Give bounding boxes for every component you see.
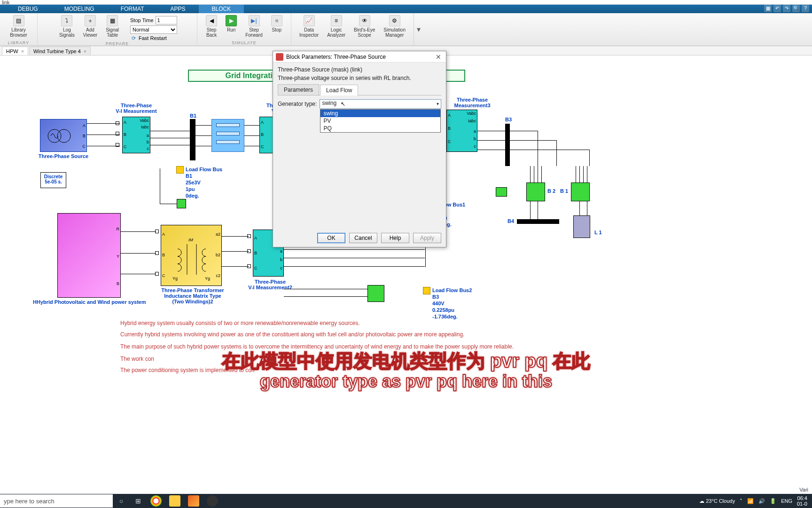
block-b1r[interactable] <box>571 183 590 201</box>
xfmr-block[interactable]: A B C a2 b2 c2 IM Yg Yg <box>161 225 222 286</box>
sim-manager-button[interactable]: ⚙ Simulation Manager <box>382 14 407 39</box>
vi-meas3-label: Three-Phase Measurement3 <box>444 97 500 108</box>
windows-taskbar[interactable]: ype here to search ○ ⊞ ☁ 23°C Cloudy ˄ 📶… <box>0 494 812 508</box>
dialog-mask-desc: Three-phase voltage source in series wit… <box>278 75 441 81</box>
lfb1-anno: Load Flow Bus B1 25e3V 1pu 0deg. <box>186 166 222 199</box>
language-indicator[interactable]: ENG <box>781 498 792 504</box>
opt-swing[interactable]: swing <box>320 110 440 117</box>
step-back-icon: ◀ <box>206 15 217 26</box>
step-back-button[interactable]: ◀ Step Back <box>204 14 219 39</box>
obs-icon[interactable] <box>203 494 222 508</box>
bus-b1[interactable] <box>190 119 195 160</box>
wire <box>87 146 120 146</box>
scope-block[interactable] <box>367 285 384 302</box>
ribbon-icon-1[interactable]: ▦ <box>764 5 772 12</box>
ribbon-icon-help[interactable]: ? <box>802 5 809 12</box>
explorer-icon[interactable] <box>165 494 184 508</box>
ribbon-icon-undo[interactable]: ↶ <box>773 5 781 12</box>
bus-b3[interactable] <box>505 124 510 166</box>
gen-type-select[interactable]: swing ▾ ↖ swing PV PQ <box>320 99 441 109</box>
tab-format[interactable]: FORMAT <box>108 5 157 13</box>
clock[interactable]: 06:401-0 <box>797 495 807 507</box>
bus-b4[interactable] <box>517 219 559 224</box>
dialog-title-text: Block Parameters: Three-Phase Source <box>286 54 386 60</box>
tab-debug[interactable]: DEBUG <box>5 5 51 13</box>
birds-eye-button[interactable]: 👁 Bird's-Eye Scope <box>352 14 377 39</box>
hybrid-block[interactable]: R Y B <box>57 213 121 298</box>
taskbar-search[interactable]: ype here to search <box>0 494 113 508</box>
matlab-icon[interactable] <box>184 494 203 508</box>
close-tab-icon[interactable]: × <box>84 48 86 54</box>
cortana-icon[interactable]: ○ <box>113 494 130 508</box>
load-l1-block[interactable] <box>573 215 590 238</box>
run-button[interactable]: ▶ Run <box>224 14 239 33</box>
desc-line-2: Currently hybrid systems involving wind … <box>120 331 464 338</box>
taskview-icon[interactable]: ⊞ <box>130 494 147 508</box>
log-signals-button[interactable]: ⤵ Log Signals <box>57 14 77 39</box>
desc-line-1: Hybrid energy system usually consists of… <box>120 320 360 326</box>
ok-button[interactable]: OK <box>317 233 345 243</box>
weather-widget[interactable]: ☁ 23°C Cloudy <box>699 498 735 504</box>
rl-block[interactable] <box>211 119 244 152</box>
three-phase-source-block[interactable]: A B C <box>40 119 87 152</box>
wire <box>150 131 190 131</box>
gen-type-dropdown[interactable]: swing PV PQ <box>320 109 441 133</box>
step-forward-button[interactable]: ▶| Step Forward <box>243 14 265 39</box>
dialog-close-button[interactable]: ✕ <box>434 53 443 61</box>
ribbon-tabs: DEBUG MODELING FORMAT APPS BLOCK ▦ ↶ ↷ 🔍… <box>0 5 812 13</box>
logic-analyzer-button[interactable]: ≡ Logic Analyzer <box>325 14 347 39</box>
wire <box>589 150 590 166</box>
fast-restart-label[interactable]: Fast Restart <box>139 35 167 41</box>
vi-meas-block[interactable]: A B C Vabc Iabc a b c <box>122 117 150 153</box>
powergui-block[interactable]: Discrete 5e-05 s. <box>40 172 66 188</box>
lfb-term[interactable] <box>177 199 186 208</box>
wire <box>538 166 538 183</box>
library-browser-button[interactable]: ▤ Library Browser <box>8 14 29 39</box>
toolstrip-more-button[interactable]: ▾ <box>414 13 423 46</box>
apply-button[interactable]: Apply <box>413 233 441 243</box>
stop-button[interactable]: ■ Stop <box>269 14 284 33</box>
tray-chevron-icon[interactable]: ˄ <box>740 498 742 504</box>
add-viewer-button[interactable]: ＋ Add Viewer <box>81 14 99 39</box>
birds-eye-icon: 👁 <box>359 15 370 26</box>
volume-icon[interactable]: 🔊 <box>758 498 765 504</box>
wifi-icon[interactable]: 📶 <box>747 498 754 504</box>
dialog-titlebar[interactable]: Block Parameters: Three-Phase Source ✕ <box>273 51 446 63</box>
signal-table-button[interactable]: ▦ Signal Table <box>104 14 121 39</box>
dialog-tab-loadflow[interactable]: Load Flow <box>320 85 358 95</box>
cancel-button[interactable]: Cancel <box>349 233 377 243</box>
ribbon-icon-redo[interactable]: ↷ <box>783 5 790 12</box>
tab-modeling[interactable]: MODELING <box>51 5 108 13</box>
logic-analyzer-icon: ≡ <box>331 15 342 26</box>
cursor-icon: ↖ <box>341 101 345 107</box>
window-titlebar: link <box>0 0 812 5</box>
b1r-label: B 1 <box>560 188 568 194</box>
ribbon-icon-search[interactable]: 🔍 <box>792 5 800 12</box>
close-tab-icon[interactable]: × <box>21 48 24 54</box>
block-parameters-dialog[interactable]: Block Parameters: Three-Phase Source ✕ T… <box>273 51 446 247</box>
tab-apps[interactable]: APPS <box>157 5 198 13</box>
vi-meas3-block[interactable]: A B C Vabc Iabc a b c <box>446 110 477 152</box>
block-b2[interactable] <box>526 183 545 201</box>
stop-time-label: Stop Time <box>130 17 154 23</box>
system-tray[interactable]: ☁ 23°C Cloudy ˄ 📶 🔊 🔋 ENG 06:401-0 <box>699 495 812 507</box>
file-tab-hpw[interactable]: HPW × <box>2 47 28 55</box>
dialog-mask-title: Three-Phase Source (mask) (link) <box>278 66 441 73</box>
battery-icon[interactable]: 🔋 <box>770 498 776 504</box>
sim-mode-select[interactable]: Normal <box>130 25 177 34</box>
group-review-label <box>351 40 353 45</box>
dialog-tab-parameters[interactable]: Parameters <box>278 84 319 95</box>
stop-icon: ■ <box>271 15 282 26</box>
chevron-down-icon: ▾ <box>437 101 439 106</box>
scope-block-small[interactable] <box>496 187 507 197</box>
help-button[interactable]: Help <box>381 233 409 243</box>
lfb-icon[interactable]: ⚡ <box>176 166 184 174</box>
stop-time-input[interactable] <box>156 16 177 24</box>
opt-pv[interactable]: PV <box>320 117 440 125</box>
lfb2-icon[interactable]: ⚡ <box>423 287 430 294</box>
tab-block[interactable]: BLOCK <box>199 5 244 13</box>
data-inspector-button[interactable]: 📈 Data Inspector <box>297 14 320 39</box>
file-tab-wind[interactable]: Wind Turbine Type 4 × <box>29 47 91 55</box>
chrome-icon[interactable] <box>147 494 165 508</box>
opt-pq[interactable]: PQ <box>320 125 440 132</box>
